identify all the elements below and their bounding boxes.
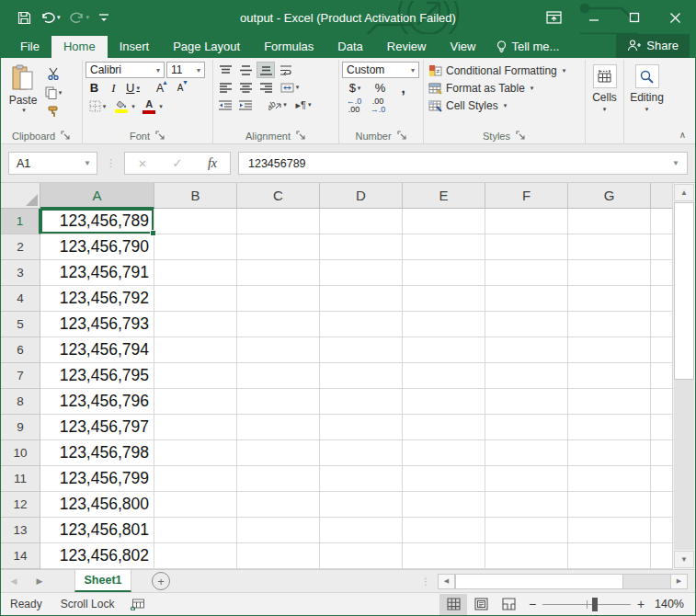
cell-a7[interactable]: 123,456,795: [40, 363, 154, 389]
scroll-left-icon[interactable]: ◀: [438, 574, 455, 589]
save-icon[interactable]: [14, 8, 35, 28]
cell-e3[interactable]: [403, 260, 485, 286]
formula-bar-input[interactable]: 123456789 ▼: [238, 152, 688, 175]
accounting-format-button[interactable]: $: [344, 79, 366, 97]
zoom-slider[interactable]: [542, 594, 631, 615]
column-header-partial[interactable]: [651, 183, 672, 209]
expand-formula-bar-icon[interactable]: ▼: [665, 159, 687, 167]
cell-b9[interactable]: [154, 415, 237, 440]
minimize-button[interactable]: [574, 1, 614, 34]
cell-h9-partial[interactable]: [651, 415, 672, 440]
column-header-g[interactable]: G: [568, 183, 651, 209]
cell-h12-partial[interactable]: [651, 492, 672, 518]
vertical-scroll-thumb[interactable]: [674, 202, 694, 380]
cell-g2[interactable]: [568, 234, 651, 260]
redo-dropdown-icon[interactable]: ▾: [86, 14, 90, 21]
cell-d11[interactable]: [320, 466, 403, 492]
cell-e14[interactable]: [403, 543, 485, 569]
tab-scrollbar-splitter[interactable]: ⋮: [414, 570, 438, 592]
row-header-2[interactable]: 2: [1, 234, 40, 260]
cell-e2[interactable]: [403, 234, 485, 260]
horizontal-scroll-track[interactable]: [455, 574, 670, 589]
decrease-decimal-button[interactable]: .00 →.0: [368, 97, 388, 114]
font-color-button[interactable]: A: [139, 97, 165, 115]
underline-button[interactable]: U: [124, 79, 142, 97]
close-button[interactable]: [655, 1, 695, 34]
customize-qat-button[interactable]: [95, 9, 113, 26]
merge-center-button[interactable]: [277, 79, 302, 96]
cell-f3[interactable]: [485, 260, 568, 286]
conditional-formatting-button[interactable]: ≠ Conditional Formatting: [427, 63, 582, 78]
cell-a4[interactable]: 123,456,792: [40, 286, 154, 312]
sheet-nav-right-icon[interactable]: ▶: [27, 570, 52, 592]
normal-view-button[interactable]: [439, 594, 467, 615]
row-header-7[interactable]: 7: [1, 363, 40, 389]
cell-f2[interactable]: [485, 234, 568, 260]
cell-h4-partial[interactable]: [651, 286, 672, 312]
row-header-14[interactable]: 14: [1, 543, 40, 569]
zoom-level[interactable]: 140%: [651, 598, 695, 610]
cell-h13-partial[interactable]: [651, 518, 672, 543]
cell-g4[interactable]: [568, 286, 651, 312]
middle-align-button[interactable]: [236, 62, 255, 78]
cell-g9[interactable]: [568, 415, 651, 440]
zoom-slider-thumb[interactable]: [592, 598, 598, 611]
cell-f1[interactable]: [485, 209, 568, 234]
font-name-select[interactable]: Calibri: [86, 62, 165, 78]
cell-a12[interactable]: 123,456,800: [40, 492, 154, 518]
cell-g3[interactable]: [568, 260, 651, 286]
cell-b4[interactable]: [154, 286, 237, 312]
orientation-button[interactable]: ab: [266, 97, 290, 113]
cell-f5[interactable]: [485, 312, 568, 337]
fill-color-button[interactable]: [111, 97, 137, 115]
cell-b7[interactable]: [154, 363, 237, 389]
collapse-ribbon-icon[interactable]: ∧: [679, 130, 686, 140]
cell-g7[interactable]: [568, 363, 651, 389]
cell-e13[interactable]: [403, 518, 485, 543]
column-header-d[interactable]: D: [320, 183, 403, 209]
cell-b2[interactable]: [154, 234, 237, 260]
cell-c6[interactable]: [237, 337, 320, 363]
select-all-button[interactable]: [1, 183, 40, 209]
row-header-5[interactable]: 5: [1, 312, 40, 337]
cell-b11[interactable]: [154, 466, 237, 492]
zoom-in-button[interactable]: +: [631, 597, 651, 611]
cell-g11[interactable]: [568, 466, 651, 492]
zoom-out-button[interactable]: −: [522, 597, 542, 611]
cell-c3[interactable]: [237, 260, 320, 286]
cell-c13[interactable]: [237, 518, 320, 543]
cell-h6-partial[interactable]: [651, 337, 672, 363]
row-header-10[interactable]: 10: [1, 440, 40, 466]
horizontal-scroll-thumb[interactable]: [455, 574, 623, 589]
vertical-scroll-track[interactable]: [674, 202, 694, 550]
cell-e6[interactable]: [403, 337, 485, 363]
align-left-button[interactable]: [216, 79, 234, 96]
cell-e1[interactable]: [403, 209, 485, 234]
cell-d9[interactable]: [320, 415, 403, 440]
cell-a8[interactable]: 123,456,796: [40, 389, 154, 415]
cell-b12[interactable]: [154, 492, 237, 518]
new-sheet-button[interactable]: +: [152, 572, 170, 590]
cell-h5-partial[interactable]: [651, 312, 672, 337]
percent-style-button[interactable]: %: [371, 79, 389, 97]
borders-button[interactable]: [86, 97, 109, 115]
tab-view[interactable]: View: [438, 36, 487, 58]
column-header-a[interactable]: A: [40, 183, 154, 209]
cell-e8[interactable]: [403, 389, 485, 415]
cell-h1-partial[interactable]: [651, 209, 672, 234]
cell-styles-button[interactable]: Cell Styles: [427, 98, 582, 113]
row-header-3[interactable]: 3: [1, 260, 40, 286]
page-layout-view-button[interactable]: [467, 594, 495, 615]
row-header-8[interactable]: 8: [1, 389, 40, 415]
cell-g6[interactable]: [568, 337, 651, 363]
cell-c14[interactable]: [237, 543, 320, 569]
cell-c2[interactable]: [237, 234, 320, 260]
cell-g1[interactable]: [568, 209, 651, 234]
cell-h3-partial[interactable]: [651, 260, 672, 286]
cell-f13[interactable]: [485, 518, 568, 543]
cell-d10[interactable]: [320, 440, 403, 466]
grow-font-button[interactable]: A▲: [151, 79, 169, 97]
cell-d7[interactable]: [320, 363, 403, 389]
cell-g12[interactable]: [568, 492, 651, 518]
bold-button[interactable]: B: [86, 79, 103, 97]
